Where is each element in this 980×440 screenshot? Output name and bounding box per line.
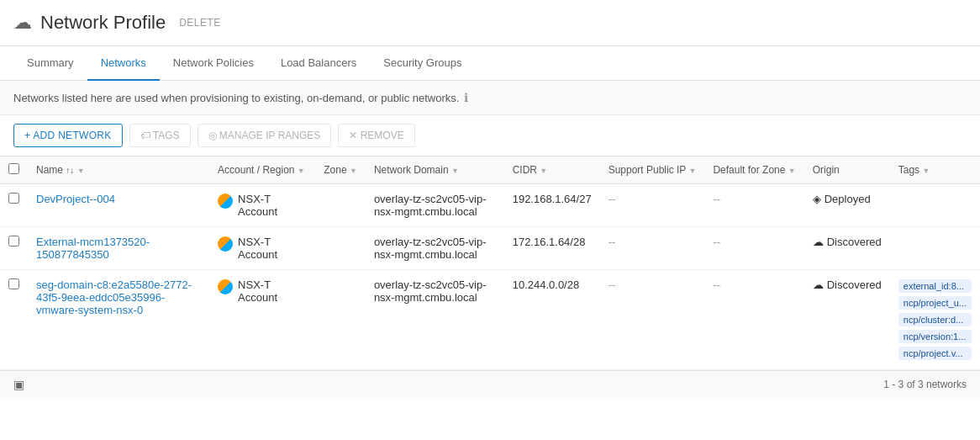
row-checkbox-0[interactable] bbox=[0, 184, 28, 227]
discovered-icon: ☁ bbox=[813, 236, 824, 248]
tab-load-balancers[interactable]: Load Balancers bbox=[267, 46, 370, 81]
row-checkbox-1[interactable] bbox=[0, 227, 28, 270]
table-row: seg-domain-c8:e2a5580e-2772-43f5-9eea-ed… bbox=[0, 270, 980, 370]
network-name-link[interactable]: DevProject--004 bbox=[36, 193, 115, 205]
row-support-public-ip: -- bbox=[600, 184, 705, 227]
info-icon: ℹ bbox=[464, 91, 468, 104]
col-default-for-zone: Default for Zone bbox=[704, 156, 803, 184]
account-filter-icon[interactable] bbox=[298, 164, 305, 176]
col-network-domain: Network Domain bbox=[366, 156, 504, 184]
col-tags: Tags bbox=[890, 156, 980, 184]
col-support-public-ip: Support Public IP bbox=[600, 156, 705, 184]
network-name-link[interactable]: seg-domain-c8:e2a5580e-2772-43f5-9eea-ed… bbox=[36, 278, 192, 316]
col-account-region: Account / Region bbox=[209, 156, 315, 184]
table-footer: ▣ 1 - 3 of 3 networks bbox=[0, 370, 980, 398]
network-count: 1 - 3 of 3 networks bbox=[883, 379, 967, 390]
network-domain-filter-icon[interactable] bbox=[451, 164, 459, 176]
row-support-public-ip: -- bbox=[600, 227, 705, 270]
row-network-domain: overlay-tz-sc2vc05-vip-nsx-mgmt.cmbu.loc… bbox=[366, 270, 504, 370]
row-cidr: 192.168.1.64/27 bbox=[504, 184, 600, 227]
col-name: Name bbox=[28, 156, 209, 184]
default-zone-value: -- bbox=[713, 278, 720, 291]
col-cidr: CIDR bbox=[504, 156, 600, 184]
row-account: NSX-T Account bbox=[209, 227, 315, 270]
row-tags bbox=[890, 184, 980, 227]
network-name-link[interactable]: External-mcm1373520-150877845350 bbox=[36, 236, 150, 261]
row-select-checkbox[interactable] bbox=[8, 236, 19, 247]
row-checkbox-2[interactable] bbox=[0, 270, 28, 370]
table-row: External-mcm1373520-150877845350NSX-T Ac… bbox=[0, 227, 980, 270]
tab-bar: Summary Networks Network Policies Load B… bbox=[0, 46, 980, 81]
page-title: Network Profile bbox=[40, 12, 166, 34]
row-zone bbox=[315, 270, 366, 370]
origin-label: Discovered bbox=[827, 278, 882, 291]
name-sort-desc-icon[interactable] bbox=[70, 164, 74, 176]
default-zone-filter-icon[interactable] bbox=[788, 164, 796, 176]
row-name: DevProject--004 bbox=[28, 184, 209, 227]
row-network-domain: overlay-tz-sc2vc05-vip-nsx-mgmt.cmbu.loc… bbox=[366, 184, 504, 227]
zone-filter-icon[interactable] bbox=[350, 164, 357, 176]
row-cidr: 172.16.1.64/28 bbox=[504, 227, 600, 270]
support-public-ip-value: -- bbox=[609, 236, 616, 248]
discovered-icon: ☁ bbox=[813, 278, 824, 291]
networks-table-container: Name Account / Region Zone Network Domai… bbox=[0, 156, 980, 370]
cloud-icon: ☁ bbox=[13, 12, 32, 34]
row-name: seg-domain-c8:e2a5580e-2772-43f5-9eea-ed… bbox=[28, 270, 209, 370]
account-name: NSX-T Account bbox=[238, 193, 307, 218]
tab-summary[interactable]: Summary bbox=[13, 46, 87, 81]
tag-badge[interactable]: external_id:8... bbox=[898, 279, 972, 293]
default-zone-value: -- bbox=[713, 236, 720, 248]
tags-filter-icon[interactable] bbox=[922, 164, 930, 176]
row-default-for-zone: -- bbox=[704, 270, 803, 370]
info-text: Networks listed here are used when provi… bbox=[13, 92, 459, 104]
networks-table: Name Account / Region Zone Network Domai… bbox=[0, 156, 980, 370]
tab-networks[interactable]: Networks bbox=[87, 46, 160, 81]
info-bar: Networks listed here are used when provi… bbox=[0, 81, 980, 115]
select-all-checkbox[interactable] bbox=[8, 163, 19, 174]
page-header: ☁ Network Profile DELETE bbox=[0, 0, 980, 46]
toolbar: + ADD NETWORK 🏷 TAGS ◎ MANAGE IP RANGES … bbox=[0, 115, 980, 156]
account-icon bbox=[218, 279, 233, 294]
tab-security-groups[interactable]: Security Groups bbox=[370, 46, 475, 81]
row-origin: ☁Discovered bbox=[804, 270, 890, 370]
row-account: NSX-T Account bbox=[209, 184, 315, 227]
col-zone: Zone bbox=[315, 156, 366, 184]
tag-badge[interactable]: ncp/version:1... bbox=[898, 330, 972, 343]
footer-toggle-icon[interactable]: ▣ bbox=[13, 378, 24, 391]
col-origin: Origin bbox=[804, 156, 890, 184]
row-support-public-ip: -- bbox=[600, 270, 705, 370]
row-account: NSX-T Account bbox=[209, 270, 315, 370]
support-public-ip-value: -- bbox=[609, 193, 616, 205]
table-row: DevProject--004NSX-T Accountoverlay-tz-s… bbox=[0, 184, 980, 227]
row-tags: external_id:8...ncp/project_u...ncp/clus… bbox=[890, 270, 980, 370]
default-zone-value: -- bbox=[713, 193, 720, 205]
add-network-button[interactable]: + ADD NETWORK bbox=[13, 124, 123, 147]
row-cidr: 10.244.0.0/28 bbox=[504, 270, 600, 370]
origin-label: Deployed bbox=[825, 193, 871, 205]
row-zone bbox=[315, 184, 366, 227]
remove-button[interactable]: ✕ REMOVE bbox=[338, 124, 414, 147]
row-tags bbox=[890, 227, 980, 270]
row-zone bbox=[315, 227, 366, 270]
deployed-icon: ◈ bbox=[813, 193, 821, 205]
tags-button[interactable]: 🏷 TAGS bbox=[129, 124, 191, 147]
manage-ip-ranges-button[interactable]: ◎ MANAGE IP RANGES bbox=[198, 124, 332, 147]
support-public-ip-value: -- bbox=[609, 278, 616, 291]
support-public-ip-filter-icon[interactable] bbox=[689, 164, 697, 176]
delete-button[interactable]: DELETE bbox=[179, 17, 221, 29]
tags-cell: external_id:8...ncp/project_u...ncp/clus… bbox=[898, 278, 972, 361]
row-select-checkbox[interactable] bbox=[8, 193, 19, 204]
name-filter-icon[interactable] bbox=[77, 164, 85, 176]
tag-badge[interactable]: ncp/cluster:d... bbox=[898, 313, 972, 326]
tab-network-policies[interactable]: Network Policies bbox=[160, 46, 267, 81]
row-default-for-zone: -- bbox=[704, 184, 803, 227]
cidr-filter-icon[interactable] bbox=[540, 164, 547, 176]
row-name: External-mcm1373520-150877845350 bbox=[28, 227, 209, 270]
row-network-domain: overlay-tz-sc2vc05-vip-nsx-mgmt.cmbu.loc… bbox=[366, 227, 504, 270]
row-select-checkbox[interactable] bbox=[8, 278, 19, 289]
account-name: NSX-T Account bbox=[238, 278, 307, 304]
tag-badge[interactable]: ncp/project.v... bbox=[898, 347, 972, 360]
tag-badge[interactable]: ncp/project_u... bbox=[898, 296, 972, 310]
account-name: NSX-T Account bbox=[238, 236, 307, 261]
select-all-header[interactable] bbox=[0, 156, 28, 184]
